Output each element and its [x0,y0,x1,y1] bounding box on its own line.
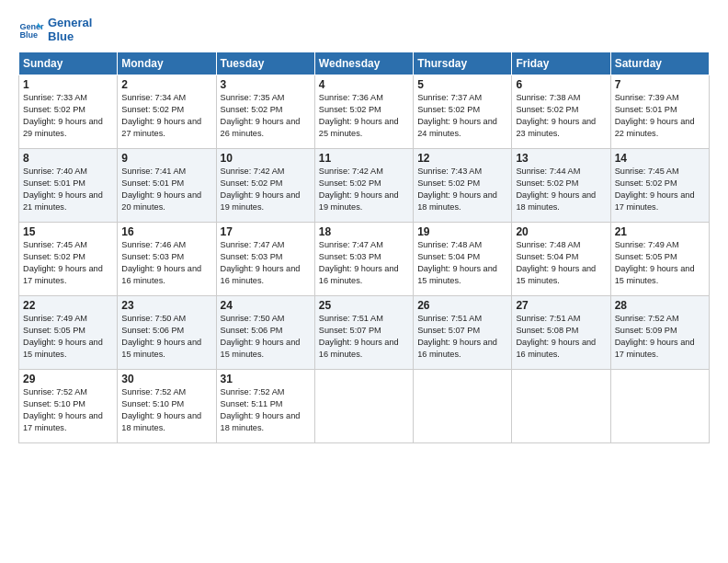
cell-content: Sunrise: 7:35 AMSunset: 5:02 PMDaylight:… [221,92,311,140]
header-day: Friday [512,52,610,75]
day-number: 19 [417,225,507,238]
calendar-cell [414,369,512,442]
cell-content: Sunrise: 7:36 AMSunset: 5:02 PMDaylight:… [319,92,409,140]
calendar-table: SundayMondayTuesdayWednesdayThursdayFrid… [18,52,710,443]
calendar-cell: 7Sunrise: 7:39 AMSunset: 5:01 PMDaylight… [610,75,709,148]
day-number: 6 [516,78,606,91]
day-number: 13 [516,152,606,165]
calendar-cell: 8Sunrise: 7:40 AMSunset: 5:01 PMDaylight… [19,148,118,222]
cell-content: Sunrise: 7:45 AMSunset: 5:02 PMDaylight:… [23,239,113,287]
calendar-cell: 26Sunrise: 7:51 AMSunset: 5:07 PMDayligh… [414,295,512,369]
cell-content: Sunrise: 7:34 AMSunset: 5:02 PMDaylight:… [121,92,211,140]
calendar-cell: 28Sunrise: 7:52 AMSunset: 5:09 PMDayligh… [610,295,709,369]
calendar-cell: 22Sunrise: 7:49 AMSunset: 5:05 PMDayligh… [19,295,118,369]
calendar-cell: 4Sunrise: 7:36 AMSunset: 5:02 PMDaylight… [314,75,413,148]
cell-content: Sunrise: 7:39 AMSunset: 5:01 PMDaylight:… [615,92,705,140]
calendar-cell: 19Sunrise: 7:48 AMSunset: 5:04 PMDayligh… [414,222,512,295]
day-number: 9 [121,152,211,165]
cell-content: Sunrise: 7:50 AMSunset: 5:06 PMDaylight:… [121,313,211,361]
header-day: Tuesday [216,52,314,75]
day-number: 8 [23,152,113,165]
calendar-cell: 3Sunrise: 7:35 AMSunset: 5:02 PMDaylight… [216,75,314,148]
cell-content: Sunrise: 7:49 AMSunset: 5:05 PMDaylight:… [615,239,705,287]
calendar-cell: 11Sunrise: 7:42 AMSunset: 5:02 PMDayligh… [314,148,413,222]
cell-content: Sunrise: 7:45 AMSunset: 5:02 PMDaylight:… [615,166,705,213]
cell-content: Sunrise: 7:47 AMSunset: 5:03 PMDaylight:… [319,239,409,287]
day-number: 2 [121,78,211,91]
day-number: 23 [121,299,211,312]
cell-content: Sunrise: 7:48 AMSunset: 5:04 PMDaylight:… [417,239,507,287]
calendar-cell: 27Sunrise: 7:51 AMSunset: 5:08 PMDayligh… [512,295,610,369]
cell-content: Sunrise: 7:52 AMSunset: 5:10 PMDaylight:… [23,386,113,434]
day-number: 28 [615,299,705,312]
calendar-cell: 9Sunrise: 7:41 AMSunset: 5:01 PMDaylight… [118,148,216,222]
cell-content: Sunrise: 7:40 AMSunset: 5:01 PMDaylight:… [23,166,113,213]
calendar-cell: 21Sunrise: 7:49 AMSunset: 5:05 PMDayligh… [610,222,709,295]
day-number: 7 [615,78,705,91]
calendar-cell: 2Sunrise: 7:34 AMSunset: 5:02 PMDaylight… [118,75,216,148]
header-row: SundayMondayTuesdayWednesdayThursdayFrid… [19,52,710,75]
calendar-cell: 16Sunrise: 7:46 AMSunset: 5:03 PMDayligh… [118,222,216,295]
day-number: 14 [615,152,705,165]
day-number: 22 [23,299,113,312]
cell-content: Sunrise: 7:51 AMSunset: 5:08 PMDaylight:… [516,313,606,361]
calendar-cell: 17Sunrise: 7:47 AMSunset: 5:03 PMDayligh… [216,222,314,295]
calendar-cell: 24Sunrise: 7:50 AMSunset: 5:06 PMDayligh… [216,295,314,369]
cell-content: Sunrise: 7:48 AMSunset: 5:04 PMDaylight:… [516,239,606,287]
calendar-cell: 5Sunrise: 7:37 AMSunset: 5:02 PMDaylight… [414,75,512,148]
calendar-cell: 6Sunrise: 7:38 AMSunset: 5:02 PMDaylight… [512,75,610,148]
calendar-page: General Blue General Blue SundayMondayTu… [0,0,728,563]
day-number: 31 [221,373,311,385]
calendar-week-row: 8Sunrise: 7:40 AMSunset: 5:01 PMDaylight… [19,148,710,222]
header-day: Wednesday [314,52,413,75]
cell-content: Sunrise: 7:46 AMSunset: 5:03 PMDaylight:… [121,239,211,287]
day-number: 4 [319,78,409,91]
calendar-cell: 15Sunrise: 7:45 AMSunset: 5:02 PMDayligh… [19,222,118,295]
calendar-cell: 29Sunrise: 7:52 AMSunset: 5:10 PMDayligh… [19,369,118,442]
calendar-cell [314,369,413,442]
calendar-cell: 13Sunrise: 7:44 AMSunset: 5:02 PMDayligh… [512,148,610,222]
cell-content: Sunrise: 7:42 AMSunset: 5:02 PMDaylight:… [221,166,311,213]
day-number: 26 [417,299,507,312]
day-number: 25 [319,299,409,312]
calendar-week-row: 22Sunrise: 7:49 AMSunset: 5:05 PMDayligh… [19,295,710,369]
day-number: 18 [319,225,409,238]
cell-content: Sunrise: 7:47 AMSunset: 5:03 PMDaylight:… [221,239,311,287]
header-day: Sunday [19,52,118,75]
calendar-cell: 23Sunrise: 7:50 AMSunset: 5:06 PMDayligh… [118,295,216,369]
header-day: Monday [118,52,216,75]
day-number: 1 [23,78,113,91]
logo-icon: General Blue [18,17,44,43]
svg-text:Blue: Blue [19,30,38,40]
day-number: 11 [319,152,409,165]
day-number: 5 [417,78,507,91]
cell-content: Sunrise: 7:41 AMSunset: 5:01 PMDaylight:… [121,166,211,213]
cell-content: Sunrise: 7:38 AMSunset: 5:02 PMDaylight:… [516,92,606,140]
cell-content: Sunrise: 7:44 AMSunset: 5:02 PMDaylight:… [516,166,606,213]
calendar-cell: 25Sunrise: 7:51 AMSunset: 5:07 PMDayligh… [314,295,413,369]
calendar-body: 1Sunrise: 7:33 AMSunset: 5:02 PMDaylight… [19,75,710,442]
calendar-cell [512,369,610,442]
cell-content: Sunrise: 7:52 AMSunset: 5:10 PMDaylight:… [121,386,211,434]
calendar-week-row: 1Sunrise: 7:33 AMSunset: 5:02 PMDaylight… [19,75,710,148]
day-number: 30 [121,373,211,385]
cell-content: Sunrise: 7:50 AMSunset: 5:06 PMDaylight:… [221,313,311,361]
calendar-cell: 1Sunrise: 7:33 AMSunset: 5:02 PMDaylight… [19,75,118,148]
day-number: 21 [615,225,705,238]
calendar-header: SundayMondayTuesdayWednesdayThursdayFrid… [19,52,710,75]
calendar-cell: 18Sunrise: 7:47 AMSunset: 5:03 PMDayligh… [314,222,413,295]
day-number: 17 [221,225,311,238]
cell-content: Sunrise: 7:49 AMSunset: 5:05 PMDaylight:… [23,313,113,361]
calendar-cell: 31Sunrise: 7:52 AMSunset: 5:11 PMDayligh… [216,369,314,442]
cell-content: Sunrise: 7:52 AMSunset: 5:11 PMDaylight:… [221,386,311,434]
cell-content: Sunrise: 7:51 AMSunset: 5:07 PMDaylight:… [417,313,507,361]
page-header: General Blue General Blue [18,17,710,44]
day-number: 29 [23,373,113,385]
calendar-cell: 30Sunrise: 7:52 AMSunset: 5:10 PMDayligh… [118,369,216,442]
header-day: Saturday [610,52,709,75]
logo: General Blue General Blue [18,17,92,44]
day-number: 3 [221,78,311,91]
cell-content: Sunrise: 7:52 AMSunset: 5:09 PMDaylight:… [615,313,705,361]
day-number: 10 [221,152,311,165]
cell-content: Sunrise: 7:37 AMSunset: 5:02 PMDaylight:… [417,92,507,140]
